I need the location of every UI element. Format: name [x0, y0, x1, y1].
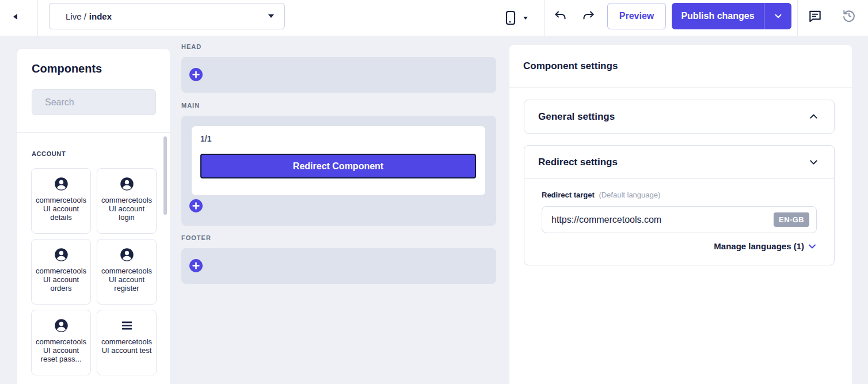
sidebar-scrollbar[interactable] — [163, 136, 167, 215]
component-card-label: commercetools UI account orders — [35, 267, 87, 292]
component-card-account-orders[interactable]: commercetools UI account orders — [31, 239, 91, 305]
device-preview-selector[interactable] — [504, 7, 528, 28]
redirect-component[interactable]: Redirect Component — [200, 154, 476, 178]
publish-changes-button[interactable]: Publish changes — [672, 3, 764, 29]
locale-badge: EN-GB — [774, 212, 809, 227]
caret-down-icon — [268, 14, 274, 18]
redirect-target-input[interactable] — [551, 215, 774, 225]
head-section-label: HEAD — [181, 43, 201, 50]
add-component-footer-button[interactable] — [189, 258, 203, 273]
component-card-account-register[interactable]: commercetools UI account register — [97, 239, 157, 305]
redirect-settings-title: Redirect settings — [538, 157, 618, 168]
settings-divider — [509, 87, 852, 88]
component-card-account-test[interactable]: commercetools UI account test — [97, 310, 157, 375]
manage-languages-toggle[interactable]: Manage languages (1) — [542, 241, 817, 251]
redo-icon — [582, 9, 596, 23]
redirect-target-label-row: Redirect target (Default language) — [542, 191, 817, 199]
sidebar-divider — [17, 132, 170, 133]
footer-dropzone — [181, 248, 496, 284]
components-sidebar: Components ACCOUNT commercetools UI acco… — [17, 49, 170, 384]
add-component-head-button[interactable] — [189, 67, 203, 82]
redirect-settings-header[interactable]: Redirect settings — [524, 146, 834, 178]
collapse-sidebar-button[interactable] — [9, 11, 21, 22]
back-arrow-icon — [13, 14, 17, 20]
head-dropzone — [181, 57, 496, 93]
topbar-divider — [544, 0, 545, 36]
component-card-account-details[interactable]: commercetools UI account details — [31, 168, 91, 234]
component-card-label: commercetools UI account details — [35, 196, 87, 222]
search-input[interactable] — [45, 97, 164, 108]
chevron-down-icon — [809, 157, 818, 167]
undo-button[interactable] — [553, 9, 568, 24]
environment-label: Live / — [66, 12, 86, 21]
component-search-box[interactable] — [32, 89, 156, 115]
general-settings-title: General settings — [538, 111, 615, 123]
redo-button[interactable] — [581, 9, 596, 24]
component-grid: commercetools UI account details commerc… — [31, 168, 157, 375]
publish-options-button[interactable] — [764, 3, 791, 29]
component-card-label: commercetools UI account reset pass... — [35, 337, 87, 363]
settings-panel-title: Component settings — [523, 60, 852, 72]
caret-down-icon — [523, 17, 528, 20]
chevron-down-icon — [808, 242, 817, 251]
redirect-settings-accordion: Redirect settings Redirect target (Defau… — [524, 145, 835, 265]
chevron-down-icon — [773, 11, 783, 21]
history-clock-icon — [841, 7, 857, 24]
slot-indicator: 1/1 — [200, 134, 477, 143]
topbar: Live / index Preview Publish changes — [0, 0, 868, 36]
comments-button[interactable] — [807, 8, 823, 24]
component-group-label: ACCOUNT — [32, 150, 170, 157]
plus-icon — [189, 67, 203, 82]
person-icon — [54, 247, 69, 263]
publish-split-button: Publish changes — [672, 3, 791, 29]
manage-languages-label: Manage languages (1) — [714, 241, 804, 251]
person-icon — [54, 318, 69, 333]
redirect-target-field: EN-GB — [542, 206, 817, 233]
topbar-divider — [37, 0, 38, 36]
component-settings-panel: Component settings General settings Redi… — [509, 45, 852, 384]
history-button[interactable] — [840, 7, 858, 24]
preview-button[interactable]: Preview — [607, 3, 666, 29]
undo-icon — [553, 9, 567, 23]
add-component-main-button[interactable] — [189, 199, 203, 213]
person-icon — [119, 176, 135, 192]
layout-row: 1/1 Redirect Component — [192, 126, 485, 195]
page-name-label: index — [89, 12, 112, 21]
general-settings-header[interactable]: General settings — [524, 100, 834, 133]
main-section-label: MAIN — [181, 102, 200, 109]
default-language-hint: (Default language) — [599, 191, 660, 199]
component-card-account-login[interactable]: commercetools UI account login — [97, 168, 157, 234]
plus-icon — [189, 258, 203, 273]
component-card-label: commercetools UI account test — [101, 337, 153, 355]
component-card-label: commercetools UI account register — [101, 267, 153, 292]
sidebar-title: Components — [32, 62, 170, 75]
mobile-device-icon — [504, 9, 517, 26]
redirect-target-label: Redirect target — [542, 191, 595, 199]
plus-icon — [189, 199, 203, 213]
topbar-divider — [797, 0, 798, 36]
person-icon — [54, 176, 69, 192]
chevron-up-icon — [809, 112, 818, 121]
footer-section-label: FOOTER — [181, 234, 211, 241]
component-card-account-reset-password[interactable]: commercetools UI account reset pass... — [31, 310, 91, 375]
page-selector-dropdown[interactable]: Live / index — [49, 3, 285, 29]
general-settings-accordion: General settings — [524, 100, 835, 134]
menu-icon — [119, 318, 135, 333]
person-icon — [119, 247, 135, 263]
comment-icon — [808, 9, 823, 24]
main-dropzone: 1/1 Redirect Component — [181, 116, 496, 226]
redirect-settings-body: Redirect target (Default language) EN-GB… — [524, 179, 834, 265]
component-card-label: commercetools UI account login — [101, 196, 153, 222]
